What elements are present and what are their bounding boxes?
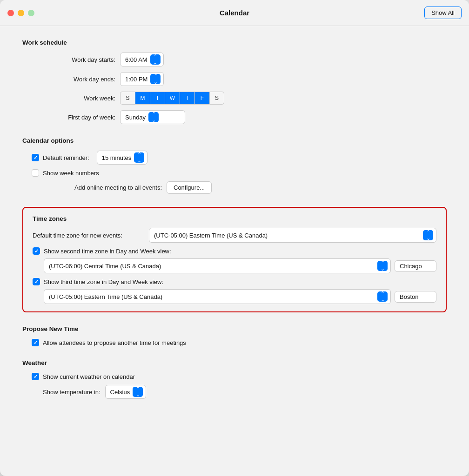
day-button-4[interactable]: T [180, 92, 194, 105]
allow-propose-row: Allow attendees to propose another time … [32, 339, 447, 346]
first-day-row: First day of week: Sunday ⌃⌄ [32, 110, 447, 124]
traffic-lights [7, 10, 34, 16]
show-weather-row: Show current weather on calendar [32, 373, 447, 380]
work-schedule-section: Work schedule Work day starts: 6:00 AM ⌃… [22, 39, 447, 124]
week-days-picker: SMTWTFS [120, 92, 224, 105]
calendar-preferences-window: Calendar Show All Work schedule Work day… [0, 0, 469, 476]
second-tz-name-input[interactable] [395, 260, 436, 272]
time-zones-section: Time zones Default time zone for new eve… [22, 207, 447, 312]
default-reminder-arrow-icon: ⌃⌄ [134, 152, 144, 163]
allow-propose-checkbox[interactable] [32, 339, 39, 346]
work-day-ends-arrow-icon: ⌃⌄ [150, 74, 161, 84]
first-day-label: First day of week: [32, 114, 115, 121]
temperature-select[interactable]: Celsius ⌃⌄ [105, 385, 147, 399]
third-tz-select[interactable]: (UTC-05:00) Eastern Time (US & Canada) ⌃… [44, 289, 391, 304]
propose-new-time-title: Propose New Time [22, 325, 447, 332]
third-tz-row: (UTC-05:00) Eastern Time (US & Canada) ⌃… [44, 289, 436, 304]
third-tz-checkbox[interactable] [33, 278, 40, 285]
third-tz-checkbox-label: Show third time zone in Day and Week vie… [44, 278, 163, 285]
work-day-ends-select[interactable]: 1:00 PM ⌃⌄ [120, 72, 164, 86]
default-reminder-label: Default reminder: [43, 154, 89, 161]
first-day-select[interactable]: Sunday ⌃⌄ [120, 110, 185, 124]
calendar-options-section: Calendar options Default reminder: 15 mi… [22, 137, 447, 194]
day-button-1[interactable]: M [135, 92, 150, 105]
show-week-numbers-checkbox[interactable] [32, 169, 39, 177]
second-tz-checkbox-label: Show second time zone in Day and Week vi… [44, 248, 171, 255]
day-button-0[interactable]: S [120, 92, 135, 105]
work-day-ends-label: Work day ends: [32, 76, 115, 83]
third-tz-name-input[interactable] [395, 291, 436, 303]
first-day-value: Sunday [125, 114, 146, 121]
default-reminder-value: 15 minutes [102, 154, 132, 161]
minimize-button[interactable] [18, 10, 24, 16]
default-reminder-select[interactable]: 15 minutes ⌃⌄ [97, 151, 148, 165]
work-day-starts-arrow-icon: ⌃⌄ [150, 54, 161, 65]
temperature-value: Celsius [110, 389, 130, 396]
work-day-starts-value: 6:00 AM [125, 56, 147, 63]
calendar-options-title: Calendar options [22, 137, 447, 144]
second-tz-checkbox[interactable] [33, 247, 40, 255]
show-week-numbers-label: Show week numbers [43, 170, 99, 177]
add-online-meeting-label: Add online meeting to all events: [32, 184, 162, 191]
allow-propose-label: Allow attendees to propose another time … [43, 339, 186, 346]
second-tz-select[interactable]: (UTC-06:00) Central Time (US & Canada) ⌃… [44, 258, 391, 273]
work-schedule-title: Work schedule [22, 39, 447, 46]
window-title: Calendar [220, 9, 249, 17]
day-button-6[interactable]: S [209, 92, 224, 105]
default-reminder-checkbox[interactable] [32, 154, 39, 161]
third-tz-arrow-icon: ⌃⌄ [377, 291, 388, 302]
work-day-starts-row: Work day starts: 6:00 AM ⌃⌄ [32, 53, 447, 66]
show-all-button[interactable]: Show All [424, 7, 462, 19]
temperature-arrow-icon: ⌃⌄ [133, 387, 143, 397]
temperature-row: Show temperature in: Celsius ⌃⌄ [43, 385, 447, 399]
close-button[interactable] [7, 10, 14, 16]
default-tz-select[interactable]: (UTC-05:00) Eastern Time (US & Canada) ⌃… [149, 228, 436, 243]
titlebar: Calendar Show All [0, 0, 469, 26]
default-tz-label: Default time zone for new events: [33, 232, 144, 239]
maximize-button[interactable] [28, 10, 34, 16]
weather-title: Weather [22, 359, 447, 366]
second-tz-value: (UTC-06:00) Central Time (US & Canada) [49, 263, 375, 270]
show-weather-checkbox[interactable] [32, 373, 39, 380]
second-tz-checkbox-row: Show second time zone in Day and Week vi… [33, 247, 436, 255]
second-tz-arrow-icon: ⌃⌄ [377, 261, 388, 271]
default-tz-row: Default time zone for new events: (UTC-0… [33, 228, 436, 243]
work-day-ends-row: Work day ends: 1:00 PM ⌃⌄ [32, 72, 447, 86]
weather-section: Weather Show current weather on calendar… [22, 359, 447, 399]
show-weather-label: Show current weather on calendar [43, 373, 135, 380]
add-online-meeting-row: Add online meeting to all events: Config… [32, 181, 447, 194]
work-day-ends-value: 1:00 PM [125, 76, 147, 83]
time-zones-title: Time zones [33, 215, 436, 222]
default-tz-value: (UTC-05:00) Eastern Time (US & Canada) [154, 232, 420, 239]
day-button-2[interactable]: T [150, 92, 165, 105]
day-button-3[interactable]: W [165, 92, 180, 105]
third-tz-value: (UTC-05:00) Eastern Time (US & Canada) [49, 293, 375, 300]
default-reminder-row: Default reminder: 15 minutes ⌃⌄ [32, 151, 447, 165]
third-tz-checkbox-row: Show third time zone in Day and Week vie… [33, 278, 436, 285]
preferences-content: Work schedule Work day starts: 6:00 AM ⌃… [0, 26, 469, 476]
first-day-arrow-icon: ⌃⌄ [148, 112, 159, 122]
propose-new-time-section: Propose New Time Allow attendees to prop… [22, 325, 447, 346]
default-tz-arrow-icon: ⌃⌄ [423, 230, 433, 240]
work-week-row: Work week: SMTWTFS [32, 92, 447, 105]
work-day-starts-select[interactable]: 6:00 AM ⌃⌄ [120, 53, 164, 66]
temperature-label: Show temperature in: [43, 389, 100, 396]
work-week-label: Work week: [32, 95, 115, 102]
day-button-5[interactable]: F [194, 92, 209, 105]
show-week-numbers-row: Show week numbers [32, 169, 447, 177]
work-day-starts-label: Work day starts: [32, 56, 115, 63]
configure-button[interactable]: Configure... [167, 181, 212, 194]
second-tz-row: (UTC-06:00) Central Time (US & Canada) ⌃… [44, 258, 436, 273]
